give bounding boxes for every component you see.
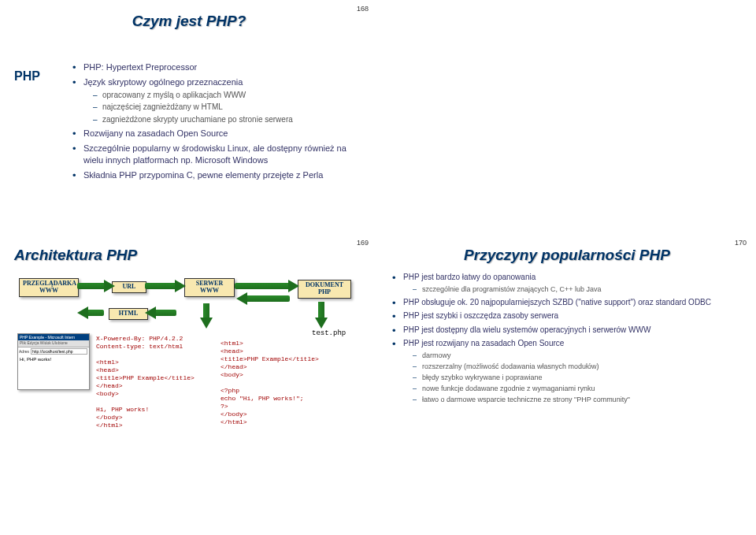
arrow-head-icon: [315, 318, 328, 329]
bullet-text: Szczególnie popularny w środowisku Linux…: [83, 143, 346, 165]
arrow-line: [154, 310, 176, 316]
slide-169: 169 Architektura PHP PRZEGLĄDARKA WWW UR…: [0, 234, 378, 535]
bullet-text: PHP jest dostępny dla wielu systemów ope…: [403, 325, 650, 334]
tag-html: HTML: [109, 308, 148, 320]
slide-number: 170: [735, 239, 747, 247]
arrow-down: [203, 303, 209, 319]
browser-content: Hi, PHP works!: [18, 355, 89, 363]
slide-title: Przyczyny popularności PHP: [392, 247, 742, 264]
bullet-text: PHP obsługuje ok. 20 najpopularniejszych…: [403, 298, 711, 307]
sub-list: szczególnie dla programistów znających C…: [403, 284, 742, 294]
browser-toolbar: Plik Edycja Widok Ulubione: [18, 340, 89, 347]
tag-url: URL: [112, 281, 146, 293]
arrow-head-icon: [236, 292, 247, 305]
slide-170: 170 Przyczyny popularności PHP PHP jest …: [378, 234, 756, 535]
tag-server: SERWER WWW: [184, 278, 235, 297]
bullet-text: Rozwijany na zasadach Open Source: [83, 128, 228, 138]
architecture-diagram: PRZEGLĄDARKA WWW URL SERWER WWW DOKUMENT…: [14, 272, 364, 485]
addr-label: Adres: [19, 349, 29, 354]
arrow-line: [246, 295, 290, 302]
sub-item: łatwo o darmowe wsparcie techniczne ze s…: [413, 395, 742, 404]
arrow-head-icon: [77, 307, 88, 319]
browser-titlebar: PHP Example - Microsoft Intern: [18, 334, 89, 340]
arrow-line: [235, 283, 290, 289]
slide-empty: [378, 0, 756, 234]
arrow-head-icon: [288, 280, 299, 292]
slide-number: 168: [357, 5, 369, 13]
sub-item: darmowy: [413, 351, 742, 360]
sub-item: zagnieżdżone skrypty uruchamiane po stro…: [93, 114, 364, 125]
arrow-head-icon: [104, 280, 115, 292]
php-label: PHP: [14, 69, 40, 84]
code-source: <html> <head> <title>PHP Example</title>…: [220, 340, 346, 426]
bullet-text: PHP: Hypertext Preprocessor: [83, 62, 197, 72]
arrow-head-icon: [200, 318, 213, 329]
sub-item: nowe funkcje dodawane zgodnie z wymagani…: [413, 384, 742, 393]
bullet-list: PHP jest bardzo łatwy do opanowania szcz…: [392, 272, 742, 404]
browser-mockup: PHP Example - Microsoft Intern Plik Edyc…: [17, 333, 90, 390]
sub-item: rozszerzalny (możliwość dodawania własny…: [413, 362, 742, 371]
sub-list: darmowy rozszerzalny (możliwość dodawani…: [403, 351, 742, 405]
arrow-head-icon: [175, 280, 186, 292]
list-item: PHP jest dostępny dla wielu systemów ope…: [392, 325, 742, 336]
arrow-line: [77, 283, 106, 289]
arrow-line: [145, 283, 176, 289]
list-item: PHP jest szybki i oszczędza zasoby serwe…: [392, 310, 742, 321]
code-response: X-Powered-By: PHP/4.2.2 Content-type: te…: [96, 335, 206, 429]
arrow-line: [87, 310, 104, 316]
list-item: Język skryptowy ogólnego przeznaczenia o…: [72, 76, 364, 124]
sub-item: najczęściej zagnieżdżany w HTML: [93, 102, 364, 113]
bullet-text: PHP jest bardzo łatwy do opanowania: [403, 273, 536, 281]
slide-title: Architektura PHP: [14, 247, 364, 264]
list-item: PHP: Hypertext Preprocessor: [72, 61, 364, 73]
arrow-head-icon: [145, 307, 156, 319]
file-label: test.php: [310, 329, 347, 338]
tag-doc: DOKUMENT PHP: [298, 280, 351, 299]
bullet-text: PHP jest szybki i oszczędza zasoby serwe…: [403, 311, 558, 320]
browser-address: http://localhost/test.php: [31, 348, 87, 355]
slide-168: 168 Czym jest PHP? PHP PHP: Hypertext Pr…: [0, 0, 378, 234]
sub-item: szczególnie dla programistów znających C…: [413, 284, 742, 294]
list-item: Szczególnie popularny w środowisku Linux…: [72, 143, 364, 166]
bullet-text: Składnia PHP przypomina C, pewne element…: [83, 170, 323, 180]
sub-list: opracowany z myślą o aplikacjach WWW naj…: [83, 90, 364, 125]
list-item: PHP jest rozwijany na zasadach Open Sour…: [392, 338, 742, 404]
list-item: Rozwijany na zasadach Open Source: [72, 128, 364, 139]
slide-grid: 168 Czym jest PHP? PHP PHP: Hypertext Pr…: [0, 0, 756, 535]
list-item: PHP jest bardzo łatwy do opanowania szcz…: [392, 272, 742, 294]
tag-browser: PRZEGLĄDARKA WWW: [19, 278, 79, 297]
bullet-text: PHP jest rozwijany na zasadach Open Sour…: [403, 339, 564, 347]
arrow-down: [318, 302, 324, 319]
slide-title: Czym jest PHP?: [14, 13, 364, 30]
slide-number: 169: [357, 239, 369, 247]
bullet-text: Język skryptowy ogólnego przeznaczenia: [83, 77, 243, 87]
list-item: PHP obsługuje ok. 20 najpopularniejszych…: [392, 297, 742, 308]
sub-item: opracowany z myślą o aplikacjach WWW: [93, 90, 364, 101]
bullet-list: PHP: Hypertext Preprocessor Język skrypt…: [72, 61, 364, 181]
sub-item: błędy szybko wykrywane i poprawiane: [413, 373, 742, 382]
list-item: Składnia PHP przypomina C, pewne element…: [72, 169, 364, 181]
